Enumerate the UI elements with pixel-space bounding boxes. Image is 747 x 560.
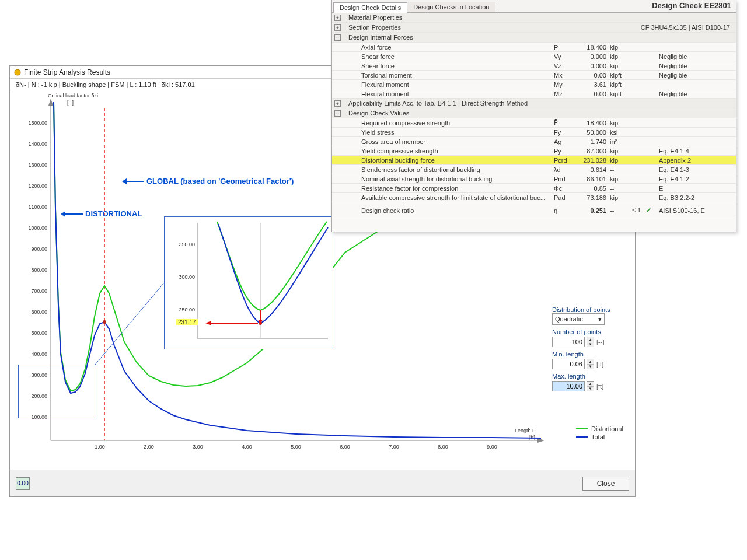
max-unit: [ft] — [596, 383, 603, 390]
dc-value-row[interactable]: Slenderness factor of distortional buckl… — [332, 165, 736, 174]
dc-param-value: 18.400 — [574, 120, 609, 127]
distribution-select[interactable]: Quadratic ▾ — [552, 313, 605, 325]
svg-text:900.00: 900.00 — [31, 246, 47, 252]
svg-text:[--]: [--] — [67, 100, 74, 106]
window-footer: 0.00 Close — [10, 470, 635, 496]
dc-param-name: Flexural moment — [348, 90, 551, 97]
dc-value-row[interactable]: Resistance factor for compressionΦc0.85-… — [332, 184, 736, 193]
dc-param-value: 86.101 — [574, 176, 609, 183]
dc-group-label: Applicability Limits Acc. to Tab. B4.1-1… — [348, 100, 736, 107]
max-stepper[interactable]: ▲▼ — [587, 381, 594, 391]
dc-param-symbol: P — [551, 44, 574, 51]
dc-param-symbol: Pnd — [551, 176, 574, 183]
dc-value-row[interactable]: Available compressive strength for limit… — [332, 193, 736, 202]
dc-tabs: Design Check Details Design Checks in Lo… — [332, 0, 736, 13]
dc-value-row[interactable]: Shear forceVz0.000kipNegligible — [332, 61, 736, 71]
expand-icon[interactable]: + — [334, 15, 341, 21]
inset-min-value: 231.17 — [176, 319, 198, 326]
number-unit: [--] — [596, 338, 604, 345]
dc-param-symbol: Φc — [551, 185, 574, 192]
dc-param-ref: E — [655, 185, 727, 192]
decimals-button[interactable]: 0.00 — [16, 477, 30, 490]
dc-value-row[interactable]: Gross area of memberAg1.740in² — [332, 137, 736, 146]
dc-param-value: 0.00 — [574, 72, 609, 79]
svg-text:700.00: 700.00 — [31, 288, 47, 294]
expand-icon[interactable]: + — [334, 100, 341, 107]
svg-text:500.00: 500.00 — [31, 330, 47, 336]
dc-param-ref: Negligible — [655, 53, 727, 60]
dc-param-unit: kip — [609, 120, 632, 127]
dc-group[interactable]: +Material Properties — [332, 13, 736, 23]
legend-label-distortional: Distortional — [591, 425, 623, 432]
dc-value-row[interactable]: Yield compressive strengthPy87.000kipEq.… — [332, 146, 736, 156]
dc-value-row[interactable]: Nominal axial strength for distortional … — [332, 174, 736, 184]
dc-param-value: 87.000 — [574, 148, 609, 155]
dc-group-label: Design Check Values — [348, 110, 736, 117]
min-length-input[interactable] — [552, 359, 585, 369]
tab-design-checks-location[interactable]: Design Checks in Location — [407, 2, 495, 12]
dc-value-row[interactable]: Distortional buckling forcePcrd231.028ki… — [332, 156, 736, 165]
dc-group[interactable]: +Applicability Limits Acc. to Tab. B4.1-… — [332, 99, 736, 108]
dc-param-name: Shear force — [348, 53, 551, 60]
dc-param-unit: kipft — [609, 72, 632, 79]
close-button[interactable]: Close — [582, 477, 629, 491]
dc-param-symbol: Pad — [551, 194, 574, 201]
number-of-points-input[interactable] — [552, 337, 585, 347]
dc-value-row[interactable]: Required compressive strengthP̄18.400kip — [332, 118, 736, 128]
dc-value-row[interactable]: Torsional momentMx0.00kipftNegligible — [332, 71, 736, 80]
collapse-icon[interactable]: − — [334, 110, 341, 117]
dc-ratio-row: Design check ratioη0.251--≤ 1 ✓AISI S100… — [332, 206, 736, 215]
svg-text:1000.00: 1000.00 — [28, 225, 47, 231]
expand-icon[interactable]: + — [334, 24, 341, 31]
dc-group[interactable]: +Section PropertiesCF 3HU4.5x135 | AISI … — [332, 23, 736, 33]
dc-param-symbol: Pcrd — [551, 157, 574, 164]
svg-text:250.00: 250.00 — [179, 307, 195, 313]
annotation-global: GLOBAL (based on 'Geometrical Factor') — [127, 177, 294, 186]
dc-param-value: 50.000 — [574, 129, 609, 136]
number-stepper[interactable]: ▲▼ — [587, 337, 594, 347]
min-stepper[interactable]: ▲▼ — [587, 359, 594, 369]
dc-param-name: Gross area of member — [348, 138, 551, 145]
dc-param-value: -18.400 — [574, 44, 609, 51]
collapse-icon[interactable]: − — [334, 34, 341, 41]
legend-swatch-total — [576, 436, 588, 438]
svg-text:Critical load factor δki: Critical load factor δki — [48, 93, 98, 99]
dc-param-ref: Appendix 2 — [655, 157, 727, 164]
min-length-label: Min. length — [552, 351, 627, 358]
tab-design-check-details[interactable]: Design Check Details — [333, 2, 407, 13]
dc-value-row[interactable]: Yield stressFy50.000ksi — [332, 128, 736, 137]
min-unit: [ft] — [596, 360, 603, 368]
dc-param-value: 73.186 — [574, 194, 609, 201]
dc-value-row[interactable]: Axial forceP-18.400kip — [332, 43, 736, 52]
dc-param-name: Yield stress — [348, 129, 551, 136]
svg-text:6.00: 6.00 — [340, 444, 350, 450]
app-icon — [13, 68, 22, 76]
dc-param-ref: Eq. E4.1-3 — [655, 166, 727, 173]
dc-param-unit: kipft — [609, 90, 632, 97]
dc-param-value: 231.028 — [574, 157, 609, 164]
dc-value-row[interactable]: Flexural momentMz0.00kipftNegligible — [332, 89, 736, 99]
dc-param-name: Torsional moment — [348, 72, 551, 79]
dc-body[interactable]: +Material Properties+Section PropertiesC… — [332, 13, 736, 232]
max-length-label: Max. length — [552, 373, 627, 380]
dc-param-unit: kip — [609, 176, 632, 183]
dc-param-unit: kip — [609, 44, 632, 51]
dc-value-row[interactable]: Shear forceVy0.000kipNegligible — [332, 52, 736, 61]
dc-group[interactable]: −Design Check Values — [332, 108, 736, 118]
svg-marker-45 — [205, 321, 211, 326]
dc-group[interactable]: −Design Internal Forces — [332, 33, 736, 43]
distribution-value: Quadratic — [555, 316, 583, 323]
dc-value-row[interactable]: Flexural momentMy3.61kipft — [332, 80, 736, 89]
dc-title: Design Check EE2801 — [652, 1, 731, 10]
dc-param-ref: Negligible — [655, 90, 727, 97]
svg-text:300.00: 300.00 — [179, 274, 195, 280]
dc-param-value: 1.740 — [574, 138, 609, 145]
dc-param-name: Yield compressive strength — [348, 148, 551, 155]
max-length-input[interactable] — [552, 381, 585, 391]
dc-param-unit: ksi — [609, 129, 632, 136]
dc-group-label: Material Properties — [348, 14, 736, 21]
dc-param-name: Flexural moment — [348, 81, 551, 88]
inset-chart: 350.00 300.00 250.00 231.17 — [164, 216, 333, 349]
dc-param-name: Nominal axial strength for distortional … — [348, 176, 551, 183]
svg-text:1200.00: 1200.00 — [28, 183, 47, 189]
